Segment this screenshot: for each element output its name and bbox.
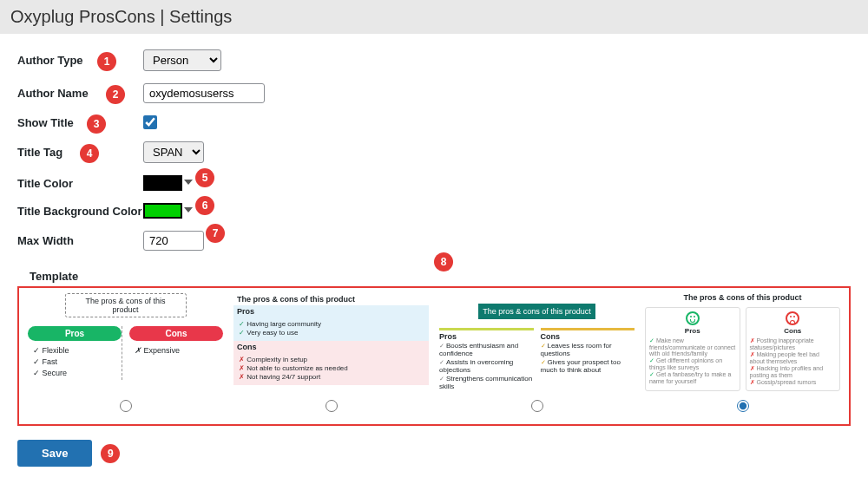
template-radio-4[interactable] xyxy=(737,400,749,412)
page-title: Oxyplug ProsCons | Settings xyxy=(10,7,858,27)
template-option-4: The pros & cons of this product ProsMake… xyxy=(645,293,840,412)
template-preview-title: The pros & cons of this product xyxy=(478,304,595,319)
row-title-color: Title Color 5 xyxy=(17,175,851,191)
label-show-title: Show Title 3 xyxy=(17,116,143,129)
annotation-badge-2: 2 xyxy=(106,85,125,104)
annotation-badge-3: 3 xyxy=(87,114,106,134)
label-title-color: Title Color xyxy=(17,177,143,190)
save-row: Save 9 xyxy=(17,440,851,467)
row-author-name: Author Name 2 xyxy=(17,83,851,103)
title-bg-color-picker[interactable] xyxy=(143,203,182,219)
template-option-3: The pros & cons of this product ProsBoos… xyxy=(439,293,635,412)
template-radio-2[interactable] xyxy=(326,400,338,412)
label-template: Template xyxy=(17,263,851,286)
annotation-badge-5: 5 xyxy=(195,168,214,187)
smile-icon xyxy=(686,311,700,325)
label-max-width: Max Width xyxy=(17,234,143,247)
max-width-input[interactable] xyxy=(143,231,204,251)
template-preview-title: The pros & cons of this product xyxy=(65,293,187,317)
pros-badge: Pros xyxy=(28,326,122,341)
cons-badge: Cons xyxy=(129,326,223,341)
settings-form: Author Type 1 Person Author Name 2 Show … xyxy=(0,49,868,484)
save-button[interactable]: Save xyxy=(17,440,92,467)
row-title-bg-color: Title Background Color 6 xyxy=(17,203,851,219)
annotation-badge-6: 6 xyxy=(195,196,214,215)
row-show-title: Show Title 3 xyxy=(17,115,851,129)
label-author-type: Author Type 1 xyxy=(17,54,143,67)
show-title-checkbox[interactable] xyxy=(143,115,157,129)
label-title-tag: Title Tag 4 xyxy=(17,146,143,159)
annotation-badge-8: 8 xyxy=(434,252,453,271)
cons-list: Expensive xyxy=(129,346,223,355)
label-title-bg-color: Title Background Color xyxy=(17,205,143,218)
row-title-tag: Title Tag 4 SPAN xyxy=(17,141,851,163)
label-author-name: Author Name 2 xyxy=(17,87,143,100)
annotation-badge-4: 4 xyxy=(80,144,99,163)
page-header: Oxyplug ProsCons | Settings xyxy=(0,0,868,34)
author-name-input[interactable] xyxy=(143,83,265,103)
annotation-badge-7: 7 xyxy=(206,224,225,243)
frown-icon xyxy=(786,311,799,325)
title-color-picker[interactable] xyxy=(143,175,182,191)
row-max-width: Max Width 7 xyxy=(17,231,851,251)
pros-list: FlexibleFastSecure xyxy=(28,346,122,377)
template-section: 8 Template The pros & cons of this produ… xyxy=(17,263,851,426)
template-radio-3[interactable] xyxy=(531,400,543,412)
annotation-badge-1: 1 xyxy=(97,52,116,71)
row-author-type: Author Type 1 Person xyxy=(17,49,851,71)
template-option-2: The pros & cons of this product ProsHavi… xyxy=(233,293,429,412)
template-radio-1[interactable] xyxy=(120,400,132,412)
annotation-badge-9: 9 xyxy=(101,444,120,463)
template-preview-title: The pros & cons of this product xyxy=(645,293,840,302)
template-preview-title: The pros & cons of this product xyxy=(233,293,429,305)
template-options: The pros & cons of this product Pros Fle… xyxy=(17,286,851,426)
title-tag-select[interactable]: SPAN xyxy=(143,141,204,163)
template-option-1: The pros & cons of this product Pros Fle… xyxy=(28,293,223,412)
author-type-select[interactable]: Person xyxy=(143,49,221,71)
